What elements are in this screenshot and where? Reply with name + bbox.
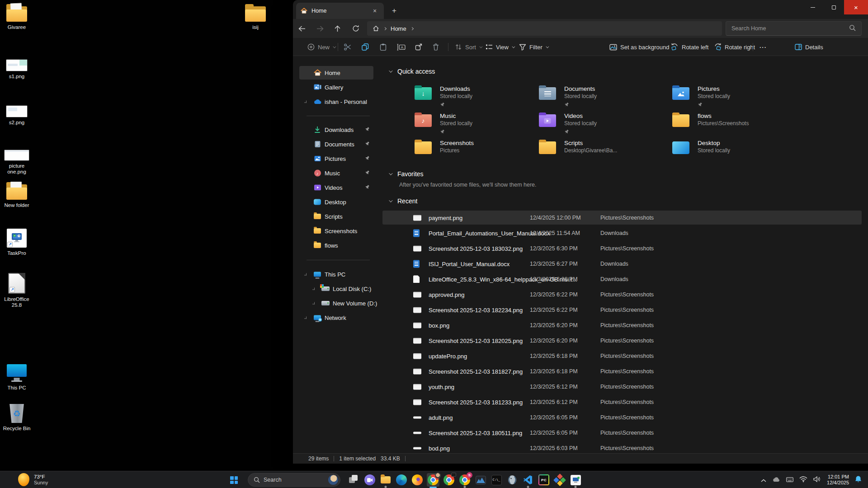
breadcrumb-item-home[interactable]: Home — [391, 25, 406, 32]
sidebar-item-documents[interactable]: Documents — [299, 137, 373, 151]
delete-button[interactable] — [430, 41, 442, 53]
back-button[interactable] — [296, 22, 308, 35]
wifi-icon[interactable] — [799, 476, 807, 484]
file-row-selected[interactable]: payment.png12/4/2025 12:00 PMPictures\Sc… — [382, 211, 862, 225]
minimize-button[interactable] — [802, 0, 823, 14]
monitor-graph-app-icon[interactable] — [474, 473, 487, 487]
task-view-button[interactable] — [348, 473, 360, 487]
sidebar-item-gallery[interactable]: Gallery — [299, 80, 373, 94]
chrome-profile-2-icon[interactable] — [443, 473, 455, 487]
taskbar-search[interactable]: Search — [248, 473, 340, 487]
sidebar-item-downloads[interactable]: Downloads — [299, 123, 373, 136]
sidebar-item-local-disk-c[interactable]: Local Disk (C:) — [299, 282, 373, 296]
rotate-left-button[interactable]: Rotate left — [668, 41, 711, 53]
filter-button[interactable]: Filter — [516, 41, 551, 53]
chat-app-icon[interactable] — [363, 473, 376, 487]
sidebar-item-music[interactable]: ♪ Music — [299, 166, 373, 180]
chrome-profile-1-icon[interactable] — [427, 473, 439, 487]
desktop-icon-givaree[interactable]: Givaree — [0, 4, 33, 30]
keyboard-tray-icon[interactable] — [786, 476, 793, 484]
desktop-icon-picture-one[interactable]: picture one.png — [0, 146, 33, 175]
set-as-background-button[interactable]: Set as background — [607, 41, 672, 53]
details-pane-button[interactable]: Details — [792, 41, 826, 53]
up-button[interactable] — [331, 22, 344, 35]
taskpro-app-icon[interactable] — [569, 473, 582, 487]
file-row[interactable]: Screenshot 2025-12-03 180511.png12/3/202… — [382, 426, 862, 440]
edge-browser-icon[interactable] — [395, 473, 408, 487]
share-button[interactable] — [412, 41, 425, 53]
file-row[interactable]: approved.png12/3/2025 6:22 PMPictures\Sc… — [382, 287, 862, 301]
desktop-icon-libreoffice[interactable]: ↗ LibreOffice 25.8 — [0, 272, 33, 308]
postgresql-icon[interactable] — [506, 473, 519, 487]
section-favorites[interactable]: Favorites — [389, 170, 424, 178]
sidebar-item-network[interactable]: Network — [299, 311, 373, 324]
search-input[interactable]: Search Home — [726, 21, 862, 36]
desktop-icon-recycle-bin[interactable]: ♻ Recycle Bin — [0, 402, 33, 432]
quick-access-videos[interactable]: VideosStored locally — [539, 112, 657, 133]
sidebar-item-pictures[interactable]: Pictures — [299, 152, 373, 165]
tab-home[interactable]: Home × — [296, 3, 384, 19]
file-row[interactable]: Screenshot 2025-12-03 181827.png12/3/202… — [382, 364, 862, 378]
tray-expand-icon[interactable] — [761, 476, 766, 484]
file-row[interactable]: updatePro.png12/3/2025 6:18 PMPictures\S… — [382, 349, 862, 363]
notification-bell-icon[interactable] — [855, 475, 862, 484]
rotate-right-button[interactable]: Rotate right — [711, 41, 758, 53]
firefox-browser-icon[interactable] — [411, 473, 424, 487]
sort-button[interactable]: Sort — [452, 41, 484, 53]
sidebar-item-scripts[interactable]: Scripts — [299, 210, 373, 223]
terminal-icon[interactable]: C:\_ — [490, 473, 503, 487]
file-row[interactable]: Screenshot 2025-12-03 183032.png12/3/202… — [382, 241, 862, 255]
copy-button[interactable] — [359, 41, 372, 53]
view-button[interactable]: View — [483, 41, 517, 53]
pycharm-icon[interactable]: PC — [538, 473, 550, 487]
sidebar-item-home[interactable]: Home — [299, 66, 373, 80]
chrome-profile-s-icon[interactable]: S — [458, 473, 471, 487]
onedrive-tray-icon[interactable] — [772, 476, 780, 484]
desktop-icon-taskpro[interactable]: ↗ TaskPro — [0, 227, 33, 256]
quick-access-pictures[interactable]: PicturesStored locally — [672, 85, 791, 106]
quick-access-documents[interactable]: DocumentsStored locally — [539, 85, 657, 106]
file-row[interactable]: ISIJ_Portal_User_Manual.docx12/3/2025 6:… — [382, 257, 862, 271]
file-row[interactable]: adult.png12/3/2025 6:05 PMPictures\Scree… — [382, 410, 862, 424]
file-explorer-icon[interactable] — [379, 473, 392, 487]
breadcrumb[interactable]: Home — [367, 21, 722, 36]
desktop-icon-s1[interactable]: s1.png — [0, 56, 33, 80]
file-row[interactable]: youth.png12/3/2025 6:12 PMPictures\Scree… — [382, 380, 862, 394]
diamond-app-icon[interactable] — [553, 473, 566, 487]
desktop-icon-isij[interactable]: isij — [239, 4, 272, 30]
quick-access-flows[interactable]: flowsPictures\Screenshots — [672, 112, 791, 127]
sidebar-item-this-pc[interactable]: This PC — [299, 267, 373, 281]
weather-widget[interactable]: 73°FSunny — [18, 473, 48, 486]
sidebar-item-flows[interactable]: flows — [299, 239, 373, 252]
sidebar-item-desktop[interactable]: Desktop — [299, 195, 373, 209]
sidebar-item-screenshots[interactable]: Screenshots — [299, 224, 373, 238]
vscode-icon[interactable] — [522, 473, 534, 487]
file-row[interactable]: Screenshot 2025-12-03 182025.png12/3/202… — [382, 333, 862, 347]
file-row[interactable]: Screenshot 2025-12-03 181233.png12/3/202… — [382, 395, 862, 409]
new-tab-button[interactable]: + — [389, 5, 400, 16]
tab-close-button[interactable]: × — [370, 6, 379, 15]
file-row[interactable]: Screenshot 2025-12-03 182234.png12/3/202… — [382, 303, 862, 317]
quick-access-downloads[interactable]: ↓ DownloadsStored locally — [415, 85, 533, 106]
more-options-button[interactable]: ··· — [757, 41, 769, 53]
volume-icon[interactable] — [813, 476, 821, 484]
file-row[interactable]: box.png12/3/2025 6:20 PMPictures\Screens… — [382, 318, 862, 332]
sidebar-item-videos[interactable]: Videos — [299, 181, 373, 194]
sidebar-item-new-volume-d[interactable]: New Volume (D:) — [299, 296, 373, 310]
desktop-icon-this-pc[interactable]: This PC — [0, 361, 33, 391]
file-row[interactable]: LibreOffice_25.8.3_Win_x86-64_helppack_e… — [382, 272, 862, 286]
quick-access-scripts[interactable]: ScriptsDesktop\Givaree\Ba... — [539, 139, 657, 154]
paste-button[interactable] — [377, 41, 389, 53]
rename-button[interactable]: A — [394, 41, 408, 53]
cut-button[interactable] — [341, 41, 354, 53]
section-quick-access[interactable]: Quick access — [389, 68, 435, 75]
forward-button[interactable] — [314, 22, 326, 35]
quick-access-desktop[interactable]: DesktopStored locally — [672, 139, 791, 154]
quick-access-music[interactable]: ♪ MusicStored locally — [415, 112, 533, 133]
sidebar-item-onedrive-personal[interactable]: ishan - Personal — [299, 95, 373, 108]
start-button[interactable] — [230, 476, 238, 484]
desktop-icon-s2[interactable]: s2.png — [0, 102, 33, 126]
quick-access-screenshots[interactable]: ScreenshotsPictures — [415, 139, 533, 154]
taskbar-clock[interactable]: 12:01 PM 12/4/2025 — [827, 474, 849, 486]
close-button[interactable]: × — [844, 0, 868, 14]
